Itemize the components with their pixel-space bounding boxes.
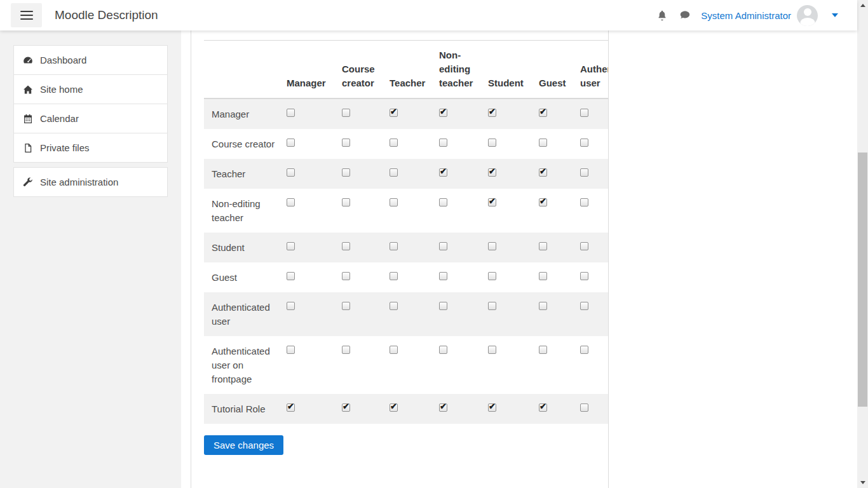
checkbox-cell xyxy=(342,159,390,189)
checkbox-cell xyxy=(488,394,539,424)
allow-checkbox[interactable] xyxy=(539,139,547,147)
allow-checkbox[interactable] xyxy=(488,346,496,354)
allow-checkbox[interactable] xyxy=(287,346,295,354)
allow-checkbox[interactable] xyxy=(287,302,295,310)
column-header-guest: Guest xyxy=(539,41,580,99)
allow-checkbox[interactable] xyxy=(390,346,398,354)
allow-checkbox[interactable] xyxy=(390,403,398,412)
allow-checkbox[interactable] xyxy=(439,272,447,280)
sidebar-item-calendar[interactable]: Calendar xyxy=(13,104,168,133)
column-header-manager: Manager xyxy=(287,41,342,99)
table-row: Guest xyxy=(204,262,609,292)
allow-checkbox[interactable] xyxy=(342,403,350,412)
allow-checkbox[interactable] xyxy=(539,272,547,280)
user-menu-name[interactable]: System Administrator xyxy=(701,10,791,21)
allow-checkbox[interactable] xyxy=(539,168,547,177)
scrollbar-thumb[interactable] xyxy=(858,152,867,407)
scroll-up-arrow-icon[interactable] xyxy=(857,0,868,11)
allow-checkbox[interactable] xyxy=(488,242,496,250)
allow-checkbox[interactable] xyxy=(390,198,398,207)
allow-checkbox[interactable] xyxy=(342,198,350,207)
allow-checkbox[interactable] xyxy=(439,139,447,147)
bell-icon[interactable] xyxy=(657,10,667,21)
allow-checkbox[interactable] xyxy=(580,168,588,177)
allow-checkbox[interactable] xyxy=(342,109,350,117)
save-button[interactable]: Save changes xyxy=(204,435,283,455)
allow-checkbox[interactable] xyxy=(342,139,350,147)
allow-checkbox[interactable] xyxy=(287,168,295,177)
allow-checkbox[interactable] xyxy=(390,242,398,250)
allow-checkbox[interactable] xyxy=(539,198,547,207)
allow-checkbox[interactable] xyxy=(390,168,398,177)
checkbox-cell xyxy=(342,336,390,394)
allow-checkbox[interactable] xyxy=(439,302,447,310)
allow-checkbox[interactable] xyxy=(580,242,588,250)
allow-checkbox[interactable] xyxy=(390,109,398,117)
sidebar-item-dashboard[interactable]: Dashboard xyxy=(13,45,168,75)
checkbox-cell xyxy=(390,336,439,394)
allow-checkbox[interactable] xyxy=(488,272,496,280)
allow-checkbox[interactable] xyxy=(539,242,547,250)
allow-checkbox[interactable] xyxy=(580,272,588,280)
checkbox-cell xyxy=(342,233,390,262)
allow-checkbox[interactable] xyxy=(488,168,496,177)
checkbox-cell xyxy=(580,159,609,189)
allow-checkbox[interactable] xyxy=(439,168,447,177)
checkbox-cell xyxy=(580,129,609,159)
row-label: Authenticated user xyxy=(204,292,287,336)
allow-checkbox[interactable] xyxy=(342,168,350,177)
allow-checkbox[interactable] xyxy=(390,139,398,147)
allow-checkbox[interactable] xyxy=(287,139,295,147)
allow-checkbox[interactable] xyxy=(439,198,447,207)
vertical-scrollbar[interactable] xyxy=(857,0,868,488)
table-row: Authenticated user on frontpage xyxy=(204,336,609,394)
checkbox-cell xyxy=(439,394,488,424)
allow-checkbox[interactable] xyxy=(287,403,295,412)
allow-checkbox[interactable] xyxy=(287,242,295,250)
checkbox-cell xyxy=(539,98,580,129)
allow-checkbox[interactable] xyxy=(580,109,588,117)
allow-checkbox[interactable] xyxy=(287,198,295,207)
allow-checkbox[interactable] xyxy=(539,109,547,117)
page-title: Moodle Description xyxy=(55,8,158,22)
sidebar-item-label: Site administration xyxy=(40,177,118,187)
allow-checkbox[interactable] xyxy=(390,272,398,280)
caret-down-icon[interactable] xyxy=(832,13,838,17)
avatar[interactable] xyxy=(797,5,818,26)
scroll-down-arrow-icon[interactable] xyxy=(857,477,868,488)
row-label: Non-editing teacher xyxy=(204,189,287,233)
allow-checkbox[interactable] xyxy=(342,346,350,354)
allow-checkbox[interactable] xyxy=(488,198,496,207)
allow-checkbox[interactable] xyxy=(539,403,547,412)
allow-checkbox[interactable] xyxy=(580,346,588,354)
allow-checkbox[interactable] xyxy=(488,109,496,117)
checkbox-cell xyxy=(439,233,488,262)
sidebar-item-private-files[interactable]: Private files xyxy=(13,133,168,163)
checkbox-cell xyxy=(439,98,488,129)
allow-checkbox[interactable] xyxy=(580,403,588,412)
allow-checkbox[interactable] xyxy=(580,139,588,147)
allow-checkbox[interactable] xyxy=(287,272,295,280)
hamburger-menu-icon[interactable] xyxy=(11,3,42,27)
allow-checkbox[interactable] xyxy=(580,302,588,310)
allow-checkbox[interactable] xyxy=(287,109,295,117)
allow-checkbox[interactable] xyxy=(439,346,447,354)
allow-checkbox[interactable] xyxy=(439,109,447,117)
allow-checkbox[interactable] xyxy=(342,242,350,250)
allow-checkbox[interactable] xyxy=(439,403,447,412)
checkbox-cell xyxy=(342,262,390,292)
allow-checkbox[interactable] xyxy=(488,139,496,147)
allow-checkbox[interactable] xyxy=(439,242,447,250)
checkbox-cell xyxy=(342,129,390,159)
sidebar-item-site-home[interactable]: Site home xyxy=(13,74,168,104)
allow-checkbox[interactable] xyxy=(342,272,350,280)
allow-checkbox[interactable] xyxy=(488,403,496,412)
sidebar-item-site-administration[interactable]: Site administration xyxy=(13,167,168,197)
allow-checkbox[interactable] xyxy=(580,198,588,207)
allow-checkbox[interactable] xyxy=(342,302,350,310)
chat-icon[interactable] xyxy=(679,10,691,20)
allow-checkbox[interactable] xyxy=(390,302,398,310)
allow-checkbox[interactable] xyxy=(488,302,496,310)
allow-checkbox[interactable] xyxy=(539,302,547,310)
allow-checkbox[interactable] xyxy=(539,346,547,354)
